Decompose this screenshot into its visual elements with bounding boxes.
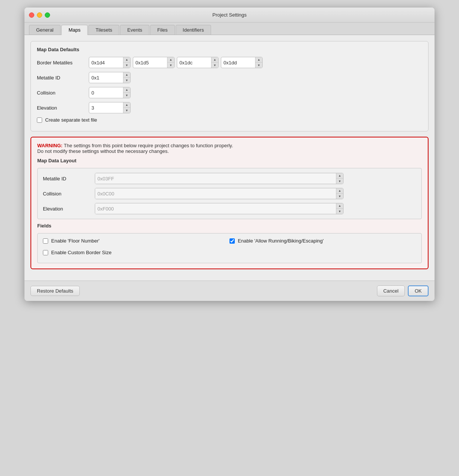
collision-up[interactable]: ▲ <box>123 87 130 93</box>
fields-left-col: Enable 'Floor Number' Enable Custom Bord… <box>43 238 230 258</box>
close-button[interactable] <box>29 12 34 18</box>
layout-elevation-up[interactable]: ▲ <box>336 203 343 209</box>
layout-metatile-id-up[interactable]: ▲ <box>336 173 343 178</box>
layout-collision-label: Collision <box>43 191 92 197</box>
elevation-label: Elevation <box>37 105 86 111</box>
layout-metatile-id-row: Metatile ID ▲ ▼ <box>43 173 416 184</box>
border-metatile-2: ▲ ▼ <box>133 57 175 68</box>
metatile-id-down[interactable]: ▼ <box>123 78 130 83</box>
restore-defaults-button[interactable]: Restore Defaults <box>30 286 80 296</box>
layout-metatile-id-input[interactable] <box>95 173 336 184</box>
border-metatile-1-down[interactable]: ▼ <box>123 63 130 68</box>
elevation-down[interactable]: ▼ <box>123 108 130 113</box>
map-data-layout-box: Metatile ID ▲ ▼ Collision <box>37 168 422 219</box>
minimize-button[interactable] <box>37 12 42 18</box>
border-metatile-1-up[interactable]: ▲ <box>123 57 130 63</box>
border-metatile-3-spinner: ▲ ▼ <box>211 57 218 68</box>
metatile-id-input[interactable] <box>89 72 123 83</box>
ok-button[interactable]: OK <box>408 285 429 296</box>
title-bar: Project Settings <box>24 8 435 23</box>
tab-general[interactable]: General <box>29 25 61 35</box>
warning-label: WARNING: <box>37 143 62 148</box>
border-metatile-2-down[interactable]: ▼ <box>167 63 174 68</box>
layout-collision-row: Collision ▲ ▼ <box>43 188 416 199</box>
tab-tilesets[interactable]: Tilesets <box>88 25 119 35</box>
tab-files[interactable]: Files <box>150 25 175 35</box>
elevation-spinner: ▲ ▼ <box>123 102 130 113</box>
tab-events[interactable]: Events <box>120 25 149 35</box>
layout-metatile-id-spinner: ▲ ▼ <box>336 173 343 184</box>
border-metatile-4-input[interactable] <box>221 57 255 68</box>
border-metatile-3-up[interactable]: ▲ <box>211 57 218 63</box>
border-metatile-2-up[interactable]: ▲ <box>167 57 174 63</box>
elevation-input[interactable] <box>89 102 123 113</box>
project-settings-window: Project Settings General Maps Tilesets E… <box>24 8 435 301</box>
layout-collision-input[interactable] <box>95 188 336 199</box>
metatile-id-up[interactable]: ▲ <box>123 72 130 78</box>
create-text-file-row: Create separate text file <box>37 117 422 123</box>
enable-allow-running-row: Enable 'Allow Running/Biking/Escaping' <box>230 238 416 244</box>
enable-custom-border-size-row: Enable Custom Border Size <box>43 250 230 255</box>
map-data-defaults-title: Map Data Defaults <box>37 47 422 52</box>
enable-custom-border-size-checkbox[interactable] <box>43 250 48 255</box>
enable-floor-number-label: Enable 'Floor Number' <box>51 238 100 244</box>
tab-identifiers[interactable]: Identifiers <box>176 25 211 35</box>
layout-collision-down[interactable]: ▼ <box>336 194 343 199</box>
enable-floor-number-row: Enable 'Floor Number' <box>43 238 230 244</box>
border-metatile-1: ▲ ▼ <box>89 57 131 68</box>
collision-input[interactable] <box>89 87 123 98</box>
enable-custom-border-size-label: Enable Custom Border Size <box>51 250 111 255</box>
elevation-row: Elevation ▲ ▼ <box>37 102 422 113</box>
bottom-bar: Restore Defaults Cancel OK <box>24 281 435 301</box>
traffic-lights <box>29 12 50 18</box>
border-metatile-4-down[interactable]: ▼ <box>255 63 262 68</box>
border-metatile-4-spinner: ▲ ▼ <box>255 57 262 68</box>
metatile-id-input-group: ▲ ▼ <box>89 72 131 83</box>
collision-label: Collision <box>37 90 86 96</box>
collision-spinner: ▲ ▼ <box>123 87 130 98</box>
layout-collision-up[interactable]: ▲ <box>336 188 343 194</box>
border-metatile-3-input[interactable] <box>177 57 211 68</box>
enable-allow-running-checkbox[interactable] <box>230 238 235 244</box>
layout-elevation-down[interactable]: ▼ <box>336 209 343 214</box>
border-metatile-2-spinner: ▲ ▼ <box>167 57 174 68</box>
warning-section: WARNING: The settings from this point be… <box>30 137 429 269</box>
border-metatile-1-spinner: ▲ ▼ <box>123 57 130 68</box>
maximize-button[interactable] <box>45 12 50 18</box>
collision-down[interactable]: ▼ <box>123 93 130 98</box>
layout-metatile-id-down[interactable]: ▼ <box>336 178 343 184</box>
warning-text: The settings from this point below requi… <box>62 143 233 148</box>
layout-collision-input-group: ▲ ▼ <box>95 188 343 199</box>
layout-metatile-id-input-group: ▲ ▼ <box>95 173 343 184</box>
border-metatiles-label: Border Metatiles <box>37 60 86 66</box>
layout-elevation-spinner: ▲ ▼ <box>336 203 343 214</box>
create-text-file-label: Create separate text file <box>45 117 97 123</box>
metatile-id-label: Metatile ID <box>37 75 86 81</box>
enable-floor-number-checkbox[interactable] <box>43 238 48 244</box>
layout-elevation-row: Elevation ▲ ▼ <box>43 203 416 214</box>
warning-text2: Do not modify these settings without the… <box>37 148 169 154</box>
layout-collision-spinner: ▲ ▼ <box>336 188 343 199</box>
layout-elevation-input-group: ▲ ▼ <box>95 203 343 214</box>
border-metatile-4: ▲ ▼ <box>221 57 263 68</box>
border-metatile-4-up[interactable]: ▲ <box>255 57 262 63</box>
create-text-file-checkbox[interactable] <box>37 117 42 123</box>
collision-row: Collision ▲ ▼ <box>37 87 422 98</box>
border-metatile-3-down[interactable]: ▼ <box>211 63 218 68</box>
elevation-up[interactable]: ▲ <box>123 102 130 108</box>
border-metatile-2-input[interactable] <box>133 57 167 68</box>
fields-title: Fields <box>37 223 422 229</box>
border-metatile-3: ▲ ▼ <box>177 57 219 68</box>
border-metatile-1-input[interactable] <box>89 57 123 68</box>
metatile-id-spinner: ▲ ▼ <box>123 72 130 83</box>
tabs-bar: General Maps Tilesets Events Files Ident… <box>24 23 435 35</box>
window-title: Project Settings <box>212 12 246 18</box>
cancel-button[interactable]: Cancel <box>377 285 405 296</box>
action-buttons: Cancel OK <box>377 285 429 296</box>
enable-allow-running-label: Enable 'Allow Running/Biking/Escaping' <box>238 238 324 244</box>
layout-metatile-id-label: Metatile ID <box>43 176 92 182</box>
layout-elevation-label: Elevation <box>43 206 92 212</box>
tab-maps[interactable]: Maps <box>61 25 88 35</box>
metatile-id-row: Metatile ID ▲ ▼ <box>37 72 422 83</box>
layout-elevation-input[interactable] <box>95 203 336 214</box>
